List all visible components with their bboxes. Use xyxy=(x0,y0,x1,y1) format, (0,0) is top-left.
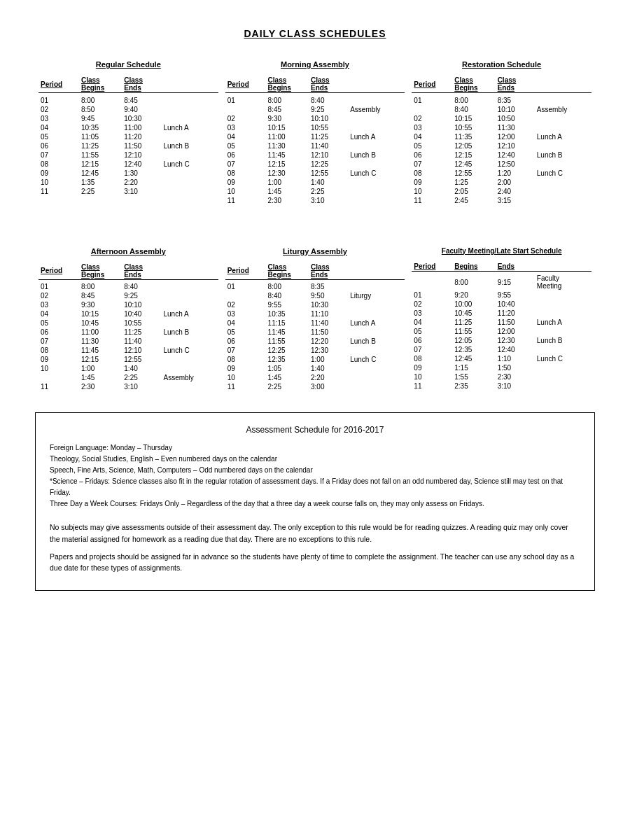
afternoon-assembly-section: Afternoon Assembly Period ClassBegins Cl… xyxy=(35,247,222,392)
begins-cell: 12:05 xyxy=(452,336,495,345)
begins-cell: 11:25 xyxy=(452,318,495,327)
restoration-schedule-table: Period ClassBegins ClassEnds 018:008:358… xyxy=(412,76,592,205)
begins-cell: 11:45 xyxy=(266,150,309,160)
period-cell: 02 xyxy=(38,105,79,114)
note-cell xyxy=(161,364,218,373)
ends-cell: 12:40 xyxy=(496,345,535,354)
table-row: 112:353:10 xyxy=(412,382,592,391)
begins-cell: 8:45 xyxy=(79,291,122,300)
ends-cell: 11:00 xyxy=(122,123,161,132)
ends-cell: 9:50 xyxy=(309,291,348,300)
ends-cell: 2:00 xyxy=(496,178,535,187)
table-row: 0210:0010:40 xyxy=(412,300,592,309)
period-cell: 09 xyxy=(38,169,79,178)
begins-cell: 12:35 xyxy=(452,345,495,354)
note-cell: Lunch C xyxy=(535,354,592,363)
begins-cell: 12:35 xyxy=(266,355,309,364)
ends-cell: 11:40 xyxy=(122,337,161,346)
begins-cell: 1:45 xyxy=(266,187,309,196)
period-cell: 10 xyxy=(38,364,79,373)
period-cell: 05 xyxy=(225,141,266,150)
begins-cell: 12:15 xyxy=(79,160,122,169)
note-cell xyxy=(535,309,592,318)
note-cell: Lunch B xyxy=(535,336,592,345)
period-cell: 11 xyxy=(38,382,79,391)
period-cell: 08 xyxy=(38,160,79,169)
note-cell: Lunch C xyxy=(161,346,218,355)
begins-cell: 1:35 xyxy=(79,178,122,187)
begins-cell: 10:15 xyxy=(452,114,495,123)
note-header xyxy=(535,262,592,272)
begins-cell: 8:45 xyxy=(266,105,309,114)
period-cell: 08 xyxy=(225,169,266,178)
period-cell: 10 xyxy=(225,187,266,196)
begins-cell: 10:35 xyxy=(79,123,122,132)
note-cell: Assembly xyxy=(348,105,405,114)
ends-cell: 10:10 xyxy=(122,300,161,309)
ends-cell: 3:10 xyxy=(496,382,535,391)
note-cell xyxy=(161,318,218,328)
table-row: 0812:1512:40Lunch C xyxy=(38,160,218,169)
begins-cell: 11:55 xyxy=(79,150,122,160)
ends-cell: 12:10 xyxy=(496,141,535,150)
note-cell: Lunch A xyxy=(348,318,405,328)
period-cell: 06 xyxy=(38,141,79,150)
begins-cell: 10:00 xyxy=(452,300,495,309)
liturgy-assembly-table: Period ClassBegins ClassEnds 018:008:358… xyxy=(225,262,405,392)
ends-header: ClassEnds xyxy=(309,76,348,93)
ends-cell: 11:50 xyxy=(122,141,161,150)
period-cell: 05 xyxy=(38,318,79,328)
table-row: 0410:3511:00Lunch A xyxy=(38,123,218,132)
period-cell: 09 xyxy=(412,178,452,187)
begins-cell: 8:40 xyxy=(266,291,309,300)
table-row: 0812:351:00Lunch C xyxy=(225,355,405,364)
ends-cell: 2:40 xyxy=(496,187,535,196)
begins-cell: 9:55 xyxy=(266,300,309,309)
table-row: 8:459:25Assembly xyxy=(225,105,405,114)
note-header xyxy=(348,76,405,93)
ends-cell: 11:20 xyxy=(122,132,161,141)
begins-cell: 8:00 xyxy=(266,282,309,291)
ends-cell: 9:25 xyxy=(309,105,348,114)
note-cell xyxy=(348,373,405,382)
table-row: 101:552:30 xyxy=(412,372,592,382)
period-cell xyxy=(412,274,452,290)
assessment-line: Theology, Social Studies, English – Even… xyxy=(50,454,580,465)
ends-cell: 11:50 xyxy=(309,328,348,337)
ends-cell: 12:30 xyxy=(309,346,348,355)
note-cell xyxy=(348,196,405,205)
period-cell: 02 xyxy=(225,114,266,123)
begins-cell: 12:05 xyxy=(452,141,495,150)
ends-header: ClassEnds xyxy=(496,76,535,93)
period-cell: 03 xyxy=(225,309,266,318)
ends-cell: 12:55 xyxy=(122,355,161,364)
note-cell xyxy=(161,355,218,364)
table-row: 0310:3511:10 xyxy=(225,309,405,318)
period-header: Period xyxy=(225,262,266,280)
begins-cell: 11:30 xyxy=(266,141,309,150)
assessment-line: Three Day a Week Courses: Fridays Only –… xyxy=(50,498,580,510)
faculty-meeting-section: Faculty Meeting/Late Start Schedule Peri… xyxy=(408,247,595,392)
assessment-lines: Foreign Language: Monday – ThursdayTheol… xyxy=(50,442,580,510)
liturgy-assembly-title: Liturgy Assembly xyxy=(225,247,405,255)
begins-cell: 9:45 xyxy=(79,114,122,123)
note-cell xyxy=(348,96,405,105)
regular-schedule-title: Regular Schedule xyxy=(38,60,218,69)
period-cell: 01 xyxy=(38,96,79,105)
period-cell: 11 xyxy=(412,196,452,205)
ends-cell: 12:20 xyxy=(309,337,348,346)
period-cell: 07 xyxy=(225,346,266,355)
note-cell xyxy=(348,309,405,318)
period-cell: 04 xyxy=(225,132,266,141)
period-cell: 03 xyxy=(38,114,79,123)
note-cell xyxy=(348,364,405,373)
ends-header: ClassEnds xyxy=(309,262,348,280)
note-cell xyxy=(535,114,592,123)
note-cell xyxy=(348,282,405,291)
begins-cell: 10:15 xyxy=(79,309,122,318)
ends-cell: 10:30 xyxy=(309,300,348,309)
note-cell: Lunch B xyxy=(348,150,405,160)
begins-cell: 9:20 xyxy=(452,290,495,300)
period-cell: 10 xyxy=(38,178,79,187)
note-cell xyxy=(348,123,405,132)
